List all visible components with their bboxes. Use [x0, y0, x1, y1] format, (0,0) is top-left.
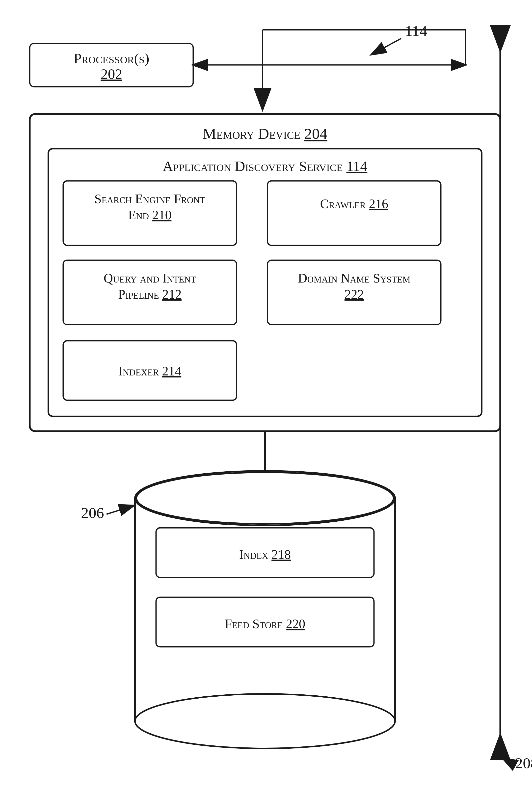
crawler-label: Crawler 216 — [320, 197, 388, 211]
qip-label2: Pipeline 212 — [118, 287, 182, 301]
dns-number: 222 — [344, 287, 364, 301]
ads-label: Application Discovery Service 114 — [163, 158, 367, 174]
processor-number: 202 — [101, 66, 122, 82]
diagram-container: .label-text { font-family: 'Times New Ro… — [0, 0, 532, 795]
crawler-box — [267, 181, 441, 245]
sefe-label: Search Engine Front — [94, 192, 205, 206]
label-208-arrow — [503, 758, 514, 764]
dns-label: Domain Name System — [298, 271, 411, 285]
feedstore-label: Feed Store 220 — [225, 617, 305, 631]
indexer-label: Indexer 214 — [118, 364, 181, 378]
db-cylinder-bottom — [135, 694, 395, 748]
index-label: Index 218 — [239, 548, 291, 561]
qip-label: Query and Intent — [104, 271, 196, 285]
sefe-label2: End 210 — [128, 208, 172, 222]
memory-device-label: Memory Device 204 — [203, 125, 327, 142]
processor-label: Processor(s) — [74, 50, 149, 67]
label-114: 114 — [405, 22, 428, 39]
label-206-arrow — [107, 505, 134, 514]
db-label-206: 206 — [81, 504, 104, 521]
label-208: 208 — [515, 755, 532, 772]
label-114-arrow — [372, 38, 401, 55]
